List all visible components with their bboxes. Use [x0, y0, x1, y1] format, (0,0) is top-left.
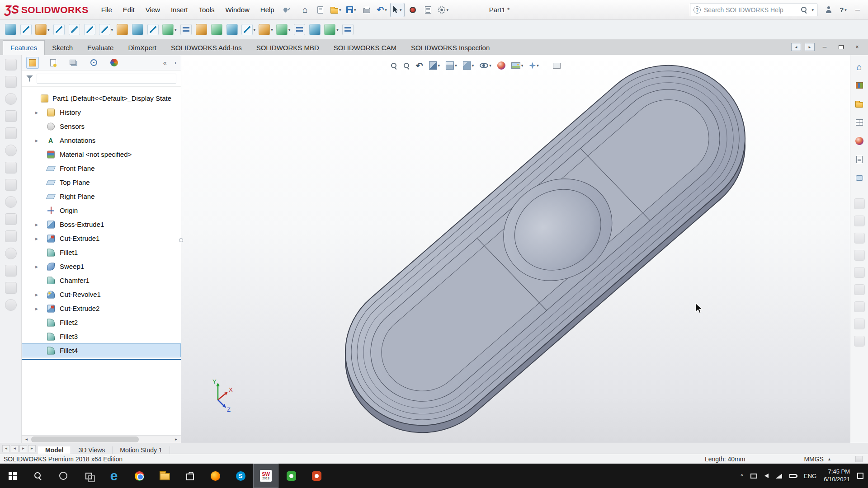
- chrome-button[interactable]: [127, 464, 152, 488]
- pane-forward-button[interactable]: ►: [805, 43, 815, 51]
- menu-item[interactable]: Tools: [193, 3, 220, 17]
- inactive-tool-icon[interactable]: [5, 76, 17, 88]
- circle-icon[interactable]: ▾: [83, 22, 97, 38]
- displaymanager-tab[interactable]: [108, 57, 120, 69]
- view-orientation-button[interactable]: ▾: [444, 59, 459, 72]
- apply-scene-button[interactable]: ▾: [509, 59, 525, 72]
- tab-motion-study-1[interactable]: Motion Study 1: [113, 446, 170, 454]
- menu-item[interactable]: Edit: [118, 3, 140, 17]
- status-tag-icon[interactable]: [855, 456, 863, 462]
- panel-splitter-grip[interactable]: [179, 238, 183, 242]
- task-pane-home-tab[interactable]: ⌂: [853, 61, 866, 73]
- tree-item-sensors[interactable]: ▸ Sensors: [22, 119, 181, 133]
- scroll-left-icon[interactable]: ◄: [11, 445, 19, 452]
- scroll-left-icon[interactable]: ◄: [23, 437, 30, 441]
- inactive-pane-icon[interactable]: [854, 198, 865, 209]
- expand-arrow-icon[interactable]: ▸: [35, 291, 38, 298]
- zoom-to-area-button[interactable]: [401, 59, 412, 72]
- tab-model[interactable]: Model: [38, 446, 71, 454]
- tree-item-right-plane[interactable]: ▸ Right Plane: [22, 189, 181, 203]
- inactive-tool-icon[interactable]: [5, 299, 17, 311]
- sketch-fillet-icon[interactable]: ▾: [161, 22, 178, 38]
- featuremanager-tab[interactable]: [26, 57, 39, 69]
- menu-item[interactable]: Insert: [165, 3, 193, 17]
- plane-icon[interactable]: ▾: [194, 22, 208, 38]
- scroll-first-icon[interactable]: ◄: [2, 445, 10, 452]
- language-indicator[interactable]: ENG: [804, 473, 816, 479]
- tree-item-cut-revolve1[interactable]: ▸ Cut-Revolve1: [22, 287, 181, 301]
- camtasia-green-button[interactable]: [278, 464, 304, 488]
- expand-arrow-icon[interactable]: ▸: [35, 263, 38, 270]
- search-icon[interactable]: [801, 6, 807, 13]
- inactive-tool-icon[interactable]: [5, 127, 17, 139]
- inactive-tool-icon[interactable]: [5, 248, 17, 259]
- inactive-tool-icon[interactable]: [5, 196, 17, 208]
- inactive-pane-icon[interactable]: [854, 267, 865, 278]
- unit-system-caret-icon[interactable]: ▴: [828, 456, 830, 461]
- tree-item-fillet4[interactable]: ▸ Fillet4: [22, 343, 181, 357]
- appearances-tab[interactable]: [853, 135, 866, 147]
- section-view-button[interactable]: ▾: [427, 59, 442, 72]
- tab-sketch[interactable]: Sketch: [45, 41, 80, 55]
- design-library-tab[interactable]: [853, 79, 866, 92]
- inactive-pane-icon[interactable]: [854, 284, 865, 295]
- close-document-button[interactable]: ×: [851, 42, 863, 52]
- text-icon[interactable]: ▾: [179, 22, 193, 38]
- minimize-document-button[interactable]: ─: [818, 42, 831, 52]
- convert-entities-icon[interactable]: ▾: [34, 22, 51, 38]
- tray-network-icon[interactable]: [776, 474, 782, 479]
- tree-item-chamfer1[interactable]: ▸ Chamfer1: [22, 273, 181, 287]
- smart-dimension-icon[interactable]: ▾: [19, 22, 33, 38]
- inactive-tool-icon[interactable]: [5, 265, 17, 277]
- new-document-button[interactable]: [313, 3, 328, 17]
- tray-volume-icon[interactable]: [764, 474, 769, 478]
- tree-item-top-plane[interactable]: ▸ Top Plane: [22, 175, 181, 189]
- help-button[interactable]: ?▾: [837, 4, 849, 16]
- view-palette-tab[interactable]: [853, 116, 866, 129]
- inactive-pane-icon[interactable]: [854, 301, 865, 312]
- menu-item[interactable]: View: [140, 3, 165, 17]
- menu-item[interactable]: Window: [220, 3, 255, 17]
- part-model[interactable]: [181, 55, 850, 443]
- microsoft-store-button[interactable]: [177, 464, 203, 488]
- ellipse-icon[interactable]: ▾: [146, 22, 160, 38]
- minimize-app-button[interactable]: ─: [852, 4, 863, 16]
- custom-properties-tab[interactable]: [853, 153, 866, 166]
- cortana-button[interactable]: [51, 464, 76, 488]
- solidworks-taskbar-button[interactable]: SW2018: [253, 464, 278, 488]
- linear-sketch-pattern-icon[interactable]: ▾: [258, 22, 274, 38]
- frame-button[interactable]: [551, 59, 562, 72]
- tab-3d-views[interactable]: 3D Views: [71, 446, 113, 454]
- quick-snaps-icon[interactable]: ▾: [323, 22, 340, 38]
- tree-item-fillet1[interactable]: ▸ Fillet1: [22, 245, 181, 259]
- home-button[interactable]: ⌂: [298, 3, 312, 17]
- search-input[interactable]: Search SOLIDWORKS Help: [704, 6, 797, 14]
- tab-dimxpert[interactable]: DimXpert: [121, 41, 164, 55]
- zoom-to-fit-button[interactable]: [389, 59, 399, 72]
- print-button[interactable]: [359, 3, 374, 17]
- rollback-bar[interactable]: [22, 359, 181, 360]
- inactive-tool-icon[interactable]: [5, 162, 17, 174]
- filter-icon[interactable]: [26, 75, 33, 82]
- inactive-tool-icon[interactable]: [5, 179, 17, 191]
- tab-evaluate[interactable]: Evaluate: [80, 41, 121, 55]
- tab-solidworks-inspection[interactable]: SOLIDWORKS Inspection: [404, 41, 497, 55]
- display-relations-icon[interactable]: ▾: [292, 22, 307, 38]
- inactive-tool-icon[interactable]: [5, 145, 17, 156]
- search-caret-icon[interactable]: ▾: [811, 8, 814, 12]
- select-tool-button[interactable]: ▾: [390, 3, 405, 17]
- scroll-right-icon[interactable]: ►: [19, 445, 27, 452]
- login-button[interactable]: [823, 4, 835, 16]
- next-pane-icon[interactable]: ›: [175, 59, 176, 66]
- file-properties-button[interactable]: [421, 3, 435, 17]
- pane-back-button[interactable]: ◄: [791, 43, 801, 51]
- taskbar-search-button[interactable]: [25, 464, 51, 488]
- unit-system-label[interactable]: MMGS: [804, 455, 824, 463]
- collapse-pane-icon[interactable]: «: [163, 59, 167, 66]
- inactive-pane-icon[interactable]: [854, 336, 865, 347]
- inactive-tool-icon[interactable]: [5, 59, 17, 70]
- expand-arrow-icon[interactable]: ▸: [35, 109, 38, 116]
- filter-input[interactable]: [37, 74, 176, 84]
- edge-button[interactable]: e: [101, 464, 127, 488]
- file-explorer-tab[interactable]: [853, 98, 866, 110]
